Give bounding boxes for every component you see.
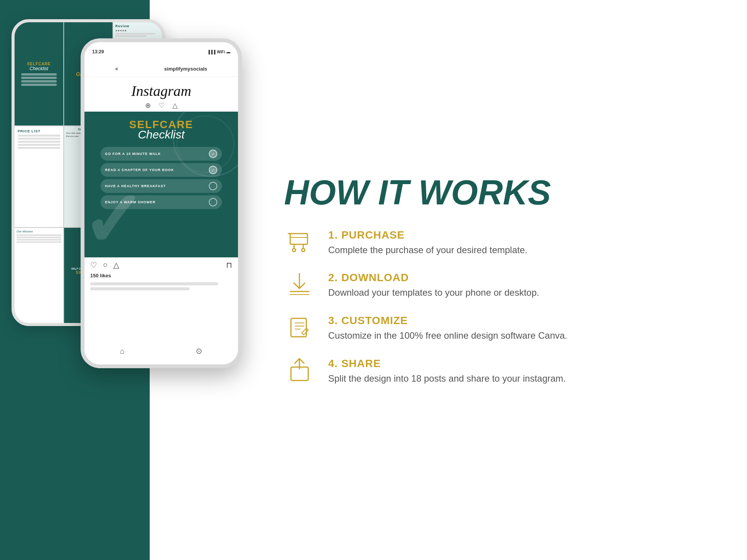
phone-front: 13:29 ▐▐▐ WiFi ▬ < simplifymysocials Ins…: [81, 38, 242, 368]
main-content: SELFCARE Checklist Giveaway Review ★★★★★: [0, 0, 747, 560]
download-icon: [287, 272, 312, 296]
how-it-works-section: HOW IT WORKS 1. PURCHASE: [261, 152, 747, 408]
phone-time: 13:29: [92, 49, 104, 54]
review-stars: ★★★★★: [115, 29, 160, 32]
share-icon: [287, 357, 312, 382]
post-actions: ♡ ○ △ ⊓: [84, 257, 238, 273]
checklist-check-4: [209, 198, 217, 206]
step-4-content: 4. SHARE Split the design into 18 posts …: [328, 357, 716, 385]
instagram-action-icons: ⊕ ♡ △: [145, 101, 178, 110]
instagram-app: Instagram ⊕ ♡ △ SELFCARE Checklist: [84, 77, 238, 364]
mission-title: Our Mission: [17, 230, 61, 233]
step-4-desc: Split the design into 18 posts and share…: [328, 372, 716, 385]
battery-icon: ▬: [226, 50, 230, 54]
share-icon[interactable]: △: [113, 260, 119, 270]
username: simplifymysocials: [164, 66, 207, 72]
phone-section: SELFCARE Checklist Giveaway Review ★★★★★: [0, 0, 261, 560]
post-likes: 150 likes: [84, 273, 238, 280]
phone-status-icons: ▐▐▐ WiFi ▬: [207, 50, 230, 54]
selfcare-title: SELFCARE: [27, 62, 51, 66]
step-2-icon: [284, 272, 315, 296]
steps-list: 1. PURCHASE Complete the purchase of you…: [284, 229, 716, 385]
step-3-desc: Customize in the 100% free online design…: [328, 329, 716, 342]
add-icon[interactable]: ⊕: [145, 101, 151, 110]
instagram-logo-section: Instagram ⊕ ♡ △: [84, 77, 238, 112]
step-3-content: 3. CUSTOMIZE Customize in the 100% free …: [328, 315, 716, 342]
heart-icon[interactable]: ♡: [159, 101, 165, 110]
price-list-title: PRICE LIST: [18, 129, 60, 133]
bookmark-icon[interactable]: ⊓: [226, 261, 232, 269]
step-3-icon: [284, 315, 315, 339]
post-actions-left: ♡ ○ △: [90, 260, 119, 270]
price-list-lines: [18, 135, 60, 149]
phone-status-bar: 13:29 ▐▐▐ WiFi ▬: [84, 42, 238, 61]
step-4-icon: [284, 357, 315, 382]
step-1-content: 1. PURCHASE Complete the purchase of you…: [328, 229, 716, 257]
phone-nav-bar: < simplifymysocials: [84, 61, 238, 77]
checklist-text-2: READ A CHAPTER OF YOUR BOOK: [105, 168, 174, 172]
caption-line-1: [90, 282, 218, 285]
wifi-icon: WiFi: [217, 50, 225, 54]
pencil-icon: [287, 315, 312, 339]
instagram-logo: Instagram: [131, 82, 191, 99]
mission-lines: [17, 234, 61, 243]
step-4-title: 4. SHARE: [328, 357, 716, 370]
step-2-content: 2. DOWNLOAD Download your templates to y…: [328, 272, 716, 299]
cart-icon: [287, 229, 312, 254]
checklist-text-1: GO FOR A 15 MINUTE WALK: [105, 152, 161, 156]
step-share: 4. SHARE Split the design into 18 posts …: [284, 357, 716, 385]
grid-cell-mission: Our Mission: [15, 228, 63, 323]
grid-cell-selfcare: SELFCARE Checklist: [15, 22, 63, 125]
step-2-title: 2. DOWNLOAD: [328, 272, 716, 284]
comment-icon[interactable]: ○: [103, 260, 107, 270]
how-it-works-title: HOW IT WORKS: [284, 175, 716, 210]
step-1-icon: [284, 229, 315, 254]
like-icon[interactable]: ♡: [90, 260, 97, 270]
step-2-desc: Download your templates to your phone or…: [328, 286, 716, 299]
svg-point-4: [302, 249, 305, 252]
send-icon[interactable]: △: [172, 101, 178, 110]
search-nav-icon[interactable]: ⊙: [196, 346, 202, 356]
deco-circle-2: [177, 115, 234, 173]
step-purchase: 1. PURCHASE Complete the purchase of you…: [284, 229, 716, 257]
phone-bottom-nav: ⌂ ⊙: [84, 341, 238, 361]
post-caption: [84, 280, 238, 294]
checklist-check-3: [209, 182, 217, 190]
post-image: SELFCARE Checklist GO FOR A 15 MINUTE WA…: [84, 112, 238, 257]
selfcare-lines: [21, 73, 57, 86]
grid-cell-price-list: PRICE LIST: [15, 126, 63, 227]
back-button[interactable]: <: [115, 66, 118, 72]
step-3-title: 3. CUSTOMIZE: [328, 315, 716, 327]
step-customize: 3. CUSTOMIZE Customize in the 100% free …: [284, 315, 716, 342]
watermark-check: ✓: [84, 176, 145, 257]
signal-icon: ▐▐▐: [207, 50, 215, 54]
post-actions-right: ⊓: [226, 260, 232, 270]
step-1-desc: Complete the purchase of your desired te…: [328, 244, 716, 257]
home-nav-icon[interactable]: ⌂: [120, 347, 125, 356]
review-title: Review: [115, 24, 160, 28]
svg-point-3: [293, 249, 296, 252]
step-download: 2. DOWNLOAD Download your templates to y…: [284, 272, 716, 299]
step-1-title: 1. PURCHASE: [328, 229, 716, 241]
selfcare-subtitle: Checklist: [30, 66, 48, 71]
svg-rect-0: [290, 234, 307, 244]
caption-line-2: [90, 287, 190, 290]
